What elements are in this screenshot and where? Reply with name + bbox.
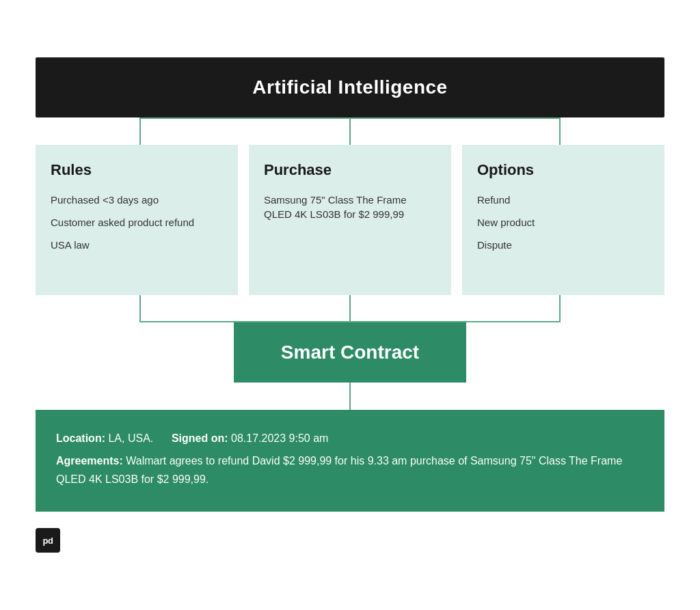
purchase-title: Purchase	[264, 161, 436, 179]
options-item-1: Refund	[477, 193, 649, 207]
purchase-item-1: Samsung 75" Class The Frame QLED 4K LS03…	[264, 193, 436, 221]
left-top-connector	[36, 117, 245, 145]
rules-item-2: Customer asked product refund	[51, 215, 223, 230]
location-label: Location:	[56, 432, 105, 444]
options-title: Options	[477, 161, 649, 179]
rules-title: Rules	[51, 161, 223, 179]
options-item-2: New product	[477, 215, 649, 230]
horiz-top-bridge	[141, 117, 558, 119]
diagram-container: Artificial Intelligence Rules Purchased …	[22, 44, 678, 567]
sc-to-result-line	[349, 383, 351, 410]
right-top-connector	[455, 117, 664, 145]
result-box: Location: LA, USA. Signed on: 08.17.2023…	[36, 410, 664, 512]
signed-label: Signed on:	[172, 432, 228, 444]
agreements-label: Agreements:	[56, 455, 123, 467]
left-bottom-connector	[36, 295, 245, 322]
result-agreements-line: Agreements: Walmart agrees to refund Dav…	[56, 452, 644, 488]
options-box: Options Refund New product Dispute	[462, 145, 664, 295]
options-item-3: Dispute	[477, 238, 649, 252]
top-connectors	[36, 117, 664, 145]
rules-item-1: Purchased <3 days ago	[51, 193, 223, 207]
result-location-line: Location: LA, USA. Signed on: 08.17.2023…	[56, 429, 644, 447]
smart-contract-box: Smart Contract	[234, 322, 466, 383]
bottom-connectors	[36, 295, 664, 322]
smart-contract-label: Smart Contract	[281, 342, 419, 363]
header-box: Artificial Intelligence	[36, 57, 664, 117]
header-title: Artificial Intelligence	[252, 77, 447, 98]
purchase-box: Purchase Samsung 75" Class The Frame QLE…	[249, 145, 451, 295]
smart-contract-wrapper: Smart Contract	[36, 322, 664, 383]
center-bottom-connector	[245, 295, 455, 322]
rules-item-3: USA law	[51, 238, 223, 252]
center-top-connector	[245, 117, 455, 145]
sc-to-result-connector	[36, 383, 664, 410]
logo-box: pd	[36, 528, 60, 553]
three-columns: Rules Purchased <3 days ago Customer ask…	[36, 145, 664, 295]
rules-box: Rules Purchased <3 days ago Customer ask…	[36, 145, 238, 295]
right-bottom-connector	[455, 295, 664, 322]
logo-text: pd	[43, 536, 53, 546]
logo-area: pd	[36, 528, 664, 553]
